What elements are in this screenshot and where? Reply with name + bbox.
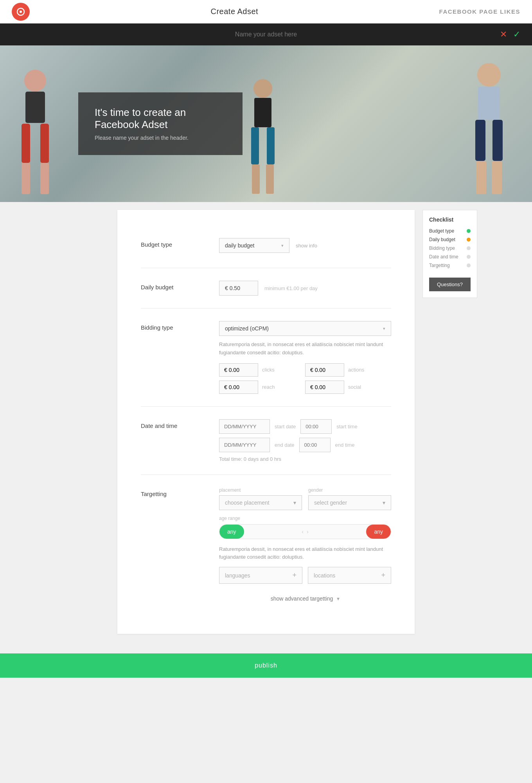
date-time-section: Date and time start date start time end …: [141, 407, 391, 475]
budget-type-label: Budget type: [141, 238, 219, 248]
hero-subtitle: Please name your adset in the header.: [95, 135, 226, 141]
adset-bar-actions: ✕ ✓: [500, 29, 520, 40]
hero-title: It's time to create an Facebook Adset: [95, 106, 226, 131]
checklist-bidding-type-label: Bidding type: [429, 245, 455, 251]
checklist-targetting-dot: [467, 263, 471, 267]
checklist-title: Checklist: [429, 216, 471, 223]
end-date-row: end date end time: [219, 438, 391, 452]
daily-budget-input[interactable]: [219, 281, 258, 296]
languages-plus-icon: +: [292, 571, 297, 579]
cancel-icon[interactable]: ✕: [500, 29, 507, 40]
tag-row: languages + locations +: [219, 567, 391, 584]
chevron-down-icon: ▾: [281, 243, 284, 248]
start-date-input[interactable]: [219, 419, 270, 434]
checklist-box: Checklist Budget type Daily budget Biddi…: [422, 210, 477, 298]
gender-sublabel: gender: [308, 487, 391, 493]
checklist-daily-budget-dot: [467, 238, 471, 242]
locations-label: locations: [314, 572, 335, 579]
start-time-input[interactable]: [300, 419, 332, 434]
bidding-description: Raturemporia dessit, in nonsecat eres et…: [219, 341, 383, 357]
age-range-slider: any ‹ › any: [219, 524, 391, 539]
start-date-row: start date start time: [219, 419, 391, 434]
bid-actions-input[interactable]: [305, 363, 344, 377]
chevron-down-icon: ▾: [337, 595, 340, 602]
gender-value: select gender: [314, 500, 347, 506]
placement-value: choose placement: [225, 500, 270, 506]
chevron-down-icon: ▾: [383, 500, 385, 506]
age-max-button[interactable]: any: [366, 525, 391, 539]
age-track: ‹ ›: [244, 529, 367, 535]
targetting-label: Targetting: [141, 487, 219, 497]
chevron-down-icon: ▾: [293, 500, 296, 506]
checklist-date-time: Date and time: [429, 254, 471, 260]
targetting-section: Targetting placement choose placement ▾ …: [141, 475, 391, 619]
budget-minimum-note: minimum €1.00 per day: [264, 285, 318, 291]
advanced-targetting-label: show advanced targetting: [271, 595, 333, 602]
person-right-figure: [454, 53, 524, 202]
bid-grid: clicks actions reach social: [219, 363, 383, 394]
checklist-daily-budget: Daily budget: [429, 237, 471, 242]
confirm-icon[interactable]: ✓: [513, 29, 520, 40]
date-time-label: Date and time: [141, 419, 219, 429]
bidding-type-content: optimized (oCPM) ▾ Raturemporia dessit, …: [219, 321, 391, 394]
checklist-daily-budget-label: Daily budget: [429, 237, 455, 242]
targetting-description: Raturemporia dessit, in nonsecat eres et…: [219, 545, 383, 562]
questions-button[interactable]: Questions?: [429, 278, 471, 291]
end-time-input[interactable]: [299, 438, 331, 452]
publish-bar[interactable]: publish: [0, 653, 532, 678]
campaign-label: FACEBOOK PAGE LIKES: [439, 8, 520, 15]
hero-section: It's time to create an Facebook Adset Pl…: [0, 45, 532, 202]
total-time: Total time: 0 days and 0 hrs: [219, 456, 391, 462]
checklist-bidding-type-dot: [467, 246, 471, 250]
bidding-type-value: optimized (oCPM): [225, 325, 269, 332]
adset-name-input[interactable]: [188, 31, 344, 38]
adset-name-bar: ✕ ✓: [0, 23, 532, 45]
age-right-arrow-icon[interactable]: ›: [307, 529, 309, 535]
date-time-content: start date start time end date end time …: [219, 419, 391, 462]
person-mid-figure: [239, 69, 286, 202]
bid-social-item: social: [305, 381, 383, 394]
gender-select[interactable]: select gender ▾: [308, 495, 391, 510]
advanced-targetting-toggle[interactable]: show advanced targetting ▾: [219, 588, 391, 606]
targetting-content: placement choose placement ▾ gender sele…: [219, 487, 391, 606]
checklist-targetting-label: Targetting: [429, 263, 450, 268]
budget-type-value: daily budget: [225, 242, 255, 249]
show-info-link[interactable]: show info: [296, 243, 317, 249]
placement-select[interactable]: choose placement ▾: [219, 495, 302, 510]
footer-space: [0, 678, 532, 709]
gender-col: gender select gender ▾: [308, 487, 391, 510]
placement-gender-row: placement choose placement ▾ gender sele…: [219, 487, 391, 510]
bid-reach-input[interactable]: [219, 381, 258, 394]
bidding-type-section: Bidding type optimized (oCPM) ▾ Raturemp…: [141, 309, 391, 407]
end-date-input[interactable]: [219, 438, 270, 452]
bidding-type-select[interactable]: optimized (oCPM) ▾: [219, 321, 391, 336]
budget-type-select[interactable]: daily budget ▾: [219, 238, 289, 253]
svg-point-1: [20, 11, 22, 13]
checklist-sidebar: Checklist Budget type Daily budget Biddi…: [422, 210, 477, 298]
budget-type-content: daily budget ▾ show info: [219, 238, 391, 255]
daily-budget-label: Daily budget: [141, 281, 219, 290]
end-date-label: end date: [275, 442, 295, 448]
languages-button[interactable]: languages +: [219, 567, 302, 584]
bid-clicks-input[interactable]: [219, 363, 258, 377]
bid-actions-item: actions: [305, 363, 383, 377]
bidding-type-label: Bidding type: [141, 321, 219, 331]
publish-label: publish: [255, 662, 277, 669]
age-range-label: age range: [219, 516, 391, 521]
logo[interactable]: [12, 3, 30, 21]
checklist-date-time-dot: [467, 255, 471, 259]
checklist-date-time-label: Date and time: [429, 254, 458, 260]
daily-budget-content: minimum €1.00 per day: [219, 281, 391, 296]
bid-social-input[interactable]: [305, 381, 344, 394]
age-left-arrow-icon[interactable]: ‹: [302, 529, 304, 535]
main-container: Budget type daily budget ▾ show info Dai…: [0, 202, 532, 649]
form-card: Budget type daily budget ▾ show info Dai…: [117, 210, 415, 634]
bid-reach-item: reach: [219, 381, 297, 394]
placement-sublabel: placement: [219, 487, 302, 493]
top-navigation: Create Adset FACEBOOK PAGE LIKES: [0, 0, 532, 23]
age-min-button[interactable]: any: [219, 525, 244, 539]
locations-button[interactable]: locations +: [308, 567, 391, 584]
checklist-budget-type: Budget type: [429, 228, 471, 234]
bid-social-label: social: [348, 384, 361, 390]
bid-reach-label: reach: [262, 384, 275, 390]
